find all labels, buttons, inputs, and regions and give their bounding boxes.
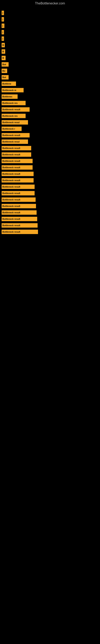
bar-row: Bottlene (0, 81, 100, 86)
bar-label: Bottleneck result (2, 166, 20, 169)
bar-row: Bottleneck result (0, 132, 100, 138)
bar-row: Bottleneck result (0, 158, 100, 164)
bar-item: Bottleneck re (1, 88, 24, 92)
bar-label: | (2, 38, 3, 40)
bar-row: Bottleneck result (0, 178, 100, 183)
bar-item: Bottleneck result (1, 230, 38, 234)
bar-label: Bottleneck result (2, 179, 20, 182)
bar-label: Bo (2, 70, 5, 72)
bar-row: | (0, 10, 100, 16)
bar-item: Bo (1, 69, 7, 73)
bar-item: Bottleneck res (1, 101, 26, 105)
bar-row: Bottleneck re (0, 87, 100, 93)
bar-label: Bottleneck resul (2, 140, 20, 143)
bar-item: | (1, 36, 4, 41)
bar-label: Bottleneck result (2, 224, 20, 226)
bar-label: | (2, 24, 3, 27)
bar-label: Bottlenec (2, 96, 12, 98)
bar-item: B (1, 49, 5, 54)
bar-row: B (0, 55, 100, 61)
bar-row: Bottleneck result (0, 184, 100, 190)
bar-item: B (1, 43, 5, 47)
bar-item: Bottleneck result (1, 146, 31, 150)
bar-label: Bottleneck result (2, 192, 20, 194)
bar-row: | (0, 23, 100, 28)
bar-item: | (1, 11, 4, 15)
bar-label: Bottleneck result (2, 134, 20, 136)
bar-row: Bottleneck result (0, 222, 100, 228)
bar-row: Bottleneck result (0, 210, 100, 215)
bar-label: Bottleneck result (2, 198, 20, 201)
bar-label: Bottleneck result (2, 186, 20, 188)
bar-item: Bot (1, 75, 9, 80)
bar-label: Bottleneck re (2, 89, 16, 91)
bar-label: B (2, 57, 4, 59)
bar-item: Bottleneck result (1, 210, 37, 215)
bar-item: Bottleneck result (1, 217, 37, 221)
bar-row: | (0, 30, 100, 35)
bar-label: Bottleneck result (2, 147, 20, 149)
bar-row: Bottleneck r (0, 126, 100, 132)
bar-row: Bottleneck resul (0, 120, 100, 125)
bar-label: Bottleneck res (2, 115, 18, 117)
bar-item: Bottleneck resul (1, 140, 28, 144)
bar-row: Bottleneck result (0, 152, 100, 158)
bar-item: Bottleneck r (1, 126, 22, 131)
bar-item: | (1, 17, 4, 22)
bar-row: Bottleneck res (0, 113, 100, 119)
site-title: TheBottlenecker.com (0, 0, 100, 6)
bar-label: Bottleneck result (2, 173, 20, 175)
bar-row: Bottleneck result (0, 216, 100, 222)
bar-item: Bottleneck result (1, 223, 38, 228)
bar-row: Bottleneck result (0, 145, 100, 151)
bar-item: Bottlene (1, 82, 16, 86)
bar-label: Bottleneck result (2, 211, 20, 214)
bar-row: | (0, 16, 100, 22)
bar-row: Bottlenec (0, 94, 100, 100)
bar-item: Bottleneck result (1, 133, 30, 138)
bar-label: Bottleneck result (2, 160, 20, 162)
bar-item: Bottleneck result (1, 165, 33, 170)
bar-row: B (0, 49, 100, 54)
bar-label: Bottleneck result (2, 108, 20, 111)
bar-item: Bottleneck result (1, 198, 36, 202)
bar-label: Bottleneck result (2, 231, 20, 233)
bar-item: Bottleneck result (1, 107, 30, 112)
bar-item: | (1, 24, 4, 28)
bar-row: Bottleneck result (0, 203, 100, 209)
bar-row: Bo (0, 68, 100, 74)
bar-item: Bottleneck result (1, 191, 35, 196)
bar-label: Bottleneck result (2, 218, 20, 220)
bars-container: |||||BBBBotBoBotBottleneBottleneck reBot… (0, 6, 100, 235)
bar-row: Bottleneck result (0, 107, 100, 112)
bar-label: Bottlene (2, 82, 11, 85)
bar-label: Bottleneck result (2, 205, 20, 207)
bar-label: Bottleneck resul (2, 121, 20, 124)
bar-item: Bottleneck result (1, 152, 31, 157)
bar-item: Bottleneck result (1, 178, 34, 182)
bar-item: Bottleneck result (1, 159, 33, 163)
bar-item: Bottleneck result (1, 172, 34, 176)
bar-row: Bottleneck result (0, 229, 100, 235)
bar-item: B (1, 56, 6, 60)
bar-label: Bottleneck res (2, 102, 18, 104)
bar-label: B (2, 50, 4, 53)
bar-label: Bottleneck r (2, 128, 15, 130)
bar-item: Bottleneck res (1, 114, 26, 118)
bar-item: Bot (1, 62, 9, 66)
bar-row: Bottleneck result (0, 171, 100, 177)
bar-label: Bot (2, 63, 6, 66)
bar-item: Bottleneck result (1, 204, 36, 208)
bar-label: | (2, 18, 3, 20)
bar-label: | (2, 31, 3, 34)
bar-row: Bottleneck result (0, 164, 100, 170)
bar-row: B (0, 42, 100, 48)
bar-label: Bottleneck result (2, 153, 20, 156)
bar-item: Bottleneck result (1, 184, 35, 189)
bar-row: Bottleneck res (0, 100, 100, 106)
bar-label: | (2, 12, 3, 14)
bar-row: Bottleneck result (0, 197, 100, 202)
bar-row: Bottleneck result (0, 190, 100, 196)
bar-row: Bottleneck resul (0, 139, 100, 144)
bar-row: | (0, 36, 100, 42)
